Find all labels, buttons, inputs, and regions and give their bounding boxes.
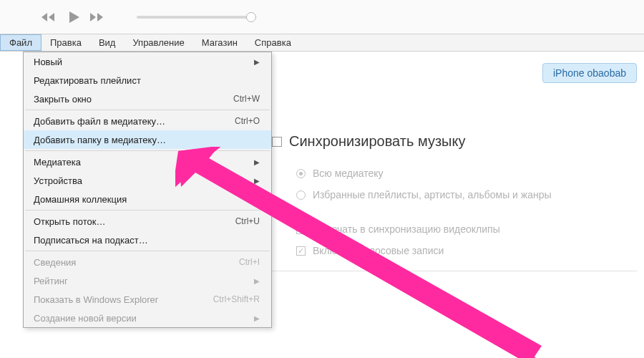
menu-close-window[interactable]: Закрыть окно Ctrl+W [24,90,271,108]
radio-icon[interactable] [296,169,306,178]
menu-separator [25,210,270,211]
menubar: ФайлПравкаВидУправлениеМагазинСправка [0,34,644,52]
menubar-item-4[interactable]: Магазин [193,34,246,51]
menu-label: Создание новой версии [34,313,137,324]
opt-label: Избранные плейлисты, артисты, альбомы и … [313,189,552,200]
menu-shortcut: Ctrl+I [239,257,260,267]
volume-slider[interactable] [137,16,251,19]
menu-shortcut: Ctrl+U [235,216,260,226]
menu-rating: Рейтинг ▶ [24,271,271,290]
menubar-item-1[interactable]: Правка [42,34,90,51]
prev-button[interactable] [39,7,59,27]
submenu-arrow-icon: ▶ [254,158,260,166]
file-menu-dropdown: Новый ▶ Редактировать плейлист Закрыть о… [23,52,272,328]
menu-label: Показать в Windows Explorer [34,294,158,305]
submenu-arrow-icon: ▶ [254,177,260,185]
play-button[interactable] [64,7,84,27]
menu-info: Сведения Ctrl+I [24,253,271,271]
menu-label: Закрыть окно [34,94,92,105]
menu-edit-playlist[interactable]: Редактировать плейлист [24,71,271,90]
menu-label: Устройства [34,175,82,186]
checkbox-icon[interactable]: ✓ [296,246,306,256]
menu-separator [25,110,270,110]
opt-label: Включать голосовые записи [313,245,444,256]
menubar-item-3[interactable]: Управление [124,34,192,51]
menu-label: Новый [34,57,62,67]
opt-label: Включать в синхронизацию видеоклипы [313,223,500,235]
menu-separator [25,251,270,251]
menu-new[interactable]: Новый ▶ [24,52,271,71]
submenu-arrow-icon: ▶ [254,58,260,66]
menu-library[interactable]: Медиатека ▶ [24,153,271,171]
menubar-item-5[interactable]: Справка [246,34,300,51]
menubar-item-2[interactable]: Вид [90,34,125,51]
menu-label: Добавить папку в медиатеку… [34,135,166,145]
menu-subscribe-podcast[interactable]: Подписаться на подкаст… [24,231,271,249]
menu-shortcut: Ctrl+Shift+R [213,294,260,304]
divider [272,271,637,271]
playback-controls [39,7,108,27]
menu-show-explorer: Показать в Windows Explorer Ctrl+Shift+R [24,290,271,309]
menu-label: Добавить файл в медиатеку… [34,116,165,127]
toolbar [0,0,644,34]
menu-home-collection[interactable]: Домашняя коллекция [24,190,271,208]
menu-shortcut: Ctrl+O [235,116,260,126]
menu-label: Медиатека [34,157,81,168]
sync-checkbox[interactable] [272,137,282,147]
opt-label: Всю медиатеку [313,168,384,179]
sync-title: Синхронизировать музыку [272,133,637,150]
menu-devices[interactable]: Устройства ▶ [24,171,271,190]
menu-separator [25,150,270,151]
menu-new-version: Создание новой версии ▶ [24,309,271,327]
opt-selected: Избранные плейлисты, артисты, альбомы и … [296,189,637,200]
next-button[interactable] [88,7,108,27]
menu-label: Сведения [34,257,76,268]
menu-open-stream[interactable]: Открыть поток… Ctrl+U [24,212,271,231]
radio-icon[interactable] [296,190,306,200]
menu-label: Домашняя коллекция [34,194,127,205]
opt-all-library: Всю медиатеку [296,168,637,179]
menubar-item-0[interactable]: Файл [0,34,42,51]
slider-knob[interactable] [246,12,256,22]
checkbox-icon[interactable]: ✓ [296,225,306,234]
menu-label: Открыть поток… [34,216,105,227]
menu-label: Редактировать плейлист [34,75,141,86]
menu-label: Рейтинг [34,276,68,286]
device-badge[interactable]: iPhone obaobab [542,63,637,83]
menu-shortcut: Ctrl+W [233,94,260,104]
sync-title-label: Синхронизировать музыку [289,133,465,150]
menu-add-file[interactable]: Добавить файл в медиатеку… Ctrl+O [24,112,271,130]
submenu-arrow-icon: ▶ [254,314,260,322]
content-pane: iPhone obaobab Синхронизировать музыку В… [272,57,637,271]
opt-include-voice: ✓ Включать голосовые записи [296,245,637,256]
menu-add-folder[interactable]: Добавить папку в медиатеку… [24,130,271,149]
submenu-arrow-icon: ▶ [254,277,260,285]
opt-include-videos: ✓ Включать в синхронизацию видеоклипы [296,223,637,235]
menu-label: Подписаться на подкаст… [34,235,148,246]
